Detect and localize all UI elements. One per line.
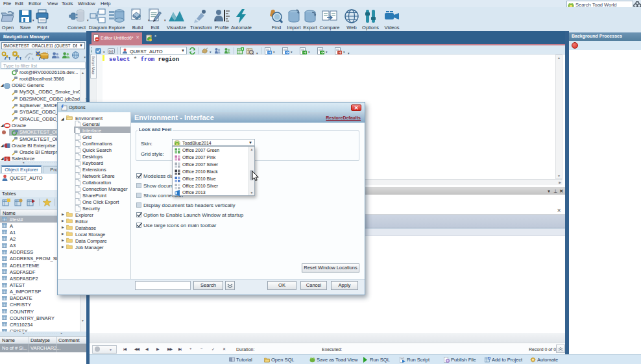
svg-text:(x): (x) [109,49,114,53]
